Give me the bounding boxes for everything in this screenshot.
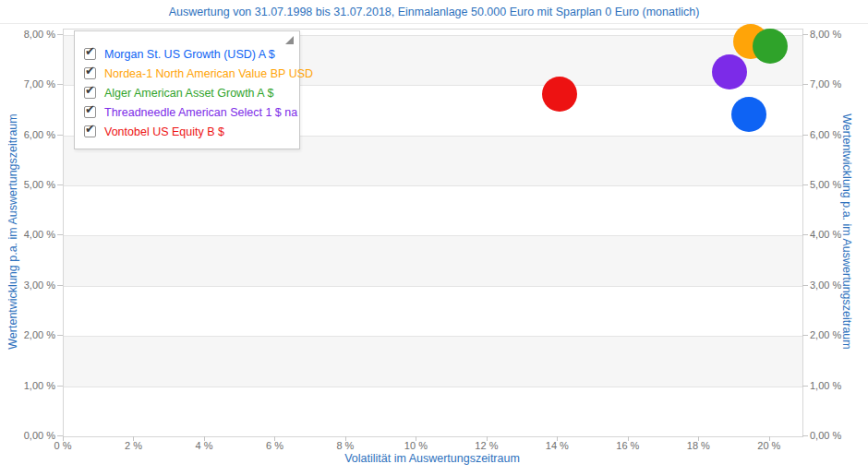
checkmark-icon: ✔ — [85, 45, 95, 58]
y-tickmark-right — [802, 234, 808, 235]
y-tickmark-left — [57, 184, 63, 185]
checkmark-icon: ✔ — [85, 103, 95, 116]
y-axis-tick-label-right: 5,00 % — [810, 179, 841, 190]
legend-checkbox[interactable]: ✔ — [84, 106, 96, 118]
y-tickmark-left — [57, 34, 63, 35]
y-axis-tick-label-left: 8,00 % — [0, 29, 55, 40]
x-axis-tick-label: 20 % — [757, 440, 780, 451]
legend-item-4[interactable]: ✔Vontobel US Equity B $ — [75, 122, 299, 141]
y-axis-tick-label-left: 3,00 % — [0, 280, 55, 291]
x-tickmark — [557, 436, 558, 441]
legend-checkbox[interactable]: ✔ — [84, 125, 96, 137]
y-tickmark-left — [57, 386, 63, 387]
legend-item-label: Morgan St. US Growth (USD) A $ — [104, 48, 275, 61]
y-tickmark-right — [802, 184, 808, 185]
y-axis-tick-label-left: 0,00 % — [0, 430, 55, 441]
x-tickmark — [63, 436, 64, 441]
legend-collapse-icon[interactable] — [285, 36, 294, 44]
x-axis-tick-label: 10 % — [404, 440, 428, 451]
x-axis-tick-label: 8 % — [336, 440, 354, 451]
y-axis-tick-label-left: 7,00 % — [0, 78, 55, 89]
data-bubble-series-4[interactable] — [542, 77, 577, 112]
y-axis-tick-label-left: 5,00 % — [0, 179, 55, 190]
y-axis-tick-label-right: 3,00 % — [810, 280, 841, 291]
y-tickmark-left — [57, 84, 63, 85]
x-axis-tick-label: 12 % — [475, 440, 498, 451]
y-axis-tick-label-right: 4,00 % — [810, 229, 841, 240]
y-tickmark-right — [802, 335, 808, 336]
x-axis-tick-label: 4 % — [195, 440, 212, 451]
y-axis-tick-label-right: 8,00 % — [810, 29, 841, 40]
checkmark-icon: ✔ — [85, 84, 95, 97]
y-tickmark-left — [57, 335, 63, 336]
x-tickmark — [487, 436, 488, 441]
y-axis-tick-label-right: 0,00 % — [810, 430, 841, 441]
legend-checkbox[interactable]: ✔ — [84, 67, 96, 79]
y-axis-tick-label-right: 6,00 % — [810, 129, 841, 140]
title-bar: Auswertung von 31.07.1998 bis 31.07.2018… — [0, 0, 868, 24]
legend-item-label: Nordea-1 North American Value BP USD — [104, 67, 313, 80]
legend: ✔Morgan St. US Growth (USD) A $✔Nordea-1… — [74, 30, 300, 149]
y-axis-tick-label-right: 1,00 % — [810, 380, 841, 391]
y-tickmark-right — [802, 135, 808, 136]
x-tickmark — [345, 436, 346, 441]
checkmark-icon: ✔ — [85, 65, 95, 77]
legend-item-1[interactable]: ✔Nordea-1 North American Value BP USD — [75, 64, 299, 83]
gridline-y-4 — [64, 235, 802, 236]
x-tickmark — [769, 436, 770, 441]
legend-item-2[interactable]: ✔Alger American Asset Growth A $ — [75, 83, 299, 102]
y-tickmark-right — [802, 84, 808, 85]
x-axis-tick-label: 0 % — [54, 440, 72, 451]
x-axis-tick-label: 16 % — [616, 440, 639, 451]
x-axis-tick-label: 6 % — [266, 440, 283, 451]
x-tickmark — [133, 436, 134, 441]
y-axis-tick-label-left: 4,00 % — [0, 229, 55, 240]
checkmark-icon: ✔ — [85, 123, 95, 136]
legend-checkbox[interactable]: ✔ — [84, 87, 96, 99]
y-axis-tick-label-right: 7,00 % — [810, 78, 841, 89]
gridline-y-1 — [64, 387, 802, 387]
gridline-y-2 — [64, 336, 802, 337]
y-tickmark-right — [802, 285, 808, 286]
legend-item-label: Threadneedle American Select 1 $ na — [104, 106, 297, 119]
gridline-y-3 — [64, 286, 802, 287]
y-axis-tick-label-left: 2,00 % — [0, 329, 55, 340]
chart-title: Auswertung von 31.07.1998 bis 31.07.2018… — [169, 6, 700, 18]
y-tickmark-left — [57, 135, 63, 136]
fund-comparison-chart: Auswertung von 31.07.1998 bis 31.07.2018… — [0, 0, 868, 476]
x-tickmark — [204, 436, 205, 441]
legend-checkbox[interactable]: ✔ — [84, 48, 96, 60]
legend-item-3[interactable]: ✔Threadneedle American Select 1 $ na — [75, 102, 299, 122]
data-bubble-series-3[interactable] — [712, 54, 747, 89]
x-tickmark — [274, 436, 275, 441]
y-tickmark-left — [57, 285, 63, 286]
x-axis-title: Volatilität im Auswertungszeitraum — [344, 452, 520, 465]
y-axis-tick-label-right: 2,00 % — [810, 329, 841, 340]
y-axis-tick-label-left: 6,00 % — [0, 129, 55, 140]
legend-item-0[interactable]: ✔Morgan St. US Growth (USD) A $ — [75, 44, 299, 64]
x-axis-tick-label: 14 % — [546, 440, 569, 451]
y-axis-title-right: Wertentwicklung p.a. im Auswertungszeitr… — [840, 113, 853, 349]
y-band-1-2 — [64, 336, 802, 386]
gridline-y-5 — [64, 185, 802, 186]
x-tickmark — [416, 436, 416, 441]
y-tickmark-right — [802, 386, 808, 387]
data-bubble-series-2[interactable] — [753, 29, 788, 64]
x-axis-tick-label: 18 % — [687, 440, 710, 451]
y-tickmark-left — [57, 234, 63, 235]
legend-item-label: Alger American Asset Growth A $ — [104, 87, 273, 100]
y-tickmark-right — [802, 435, 808, 436]
x-tickmark — [698, 436, 699, 441]
legend-item-label: Vontobel US Equity B $ — [104, 125, 224, 138]
y-axis-tick-label-left: 1,00 % — [0, 380, 55, 391]
data-bubble-series-0[interactable] — [731, 97, 766, 132]
y-tickmark-right — [802, 34, 808, 35]
x-tickmark — [628, 436, 629, 441]
x-axis-tick-label: 2 % — [125, 440, 142, 451]
y-band-3-4 — [64, 235, 802, 285]
